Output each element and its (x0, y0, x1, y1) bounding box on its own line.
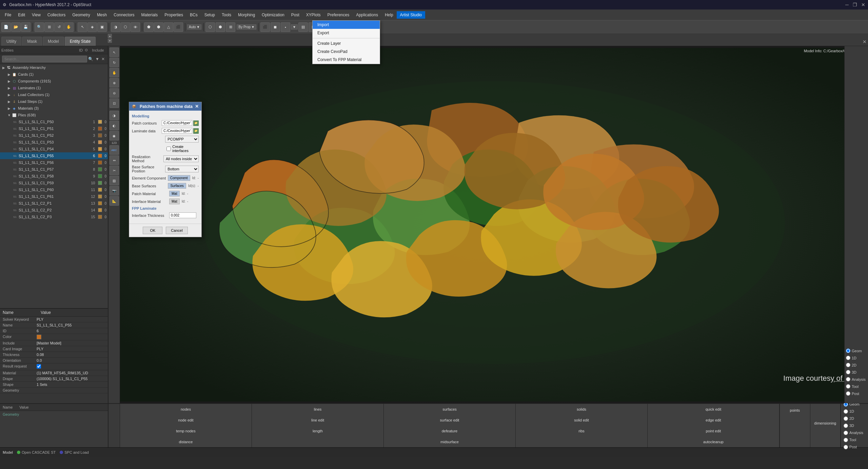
func-radio-3d-input[interactable] (844, 424, 848, 428)
tree-item-ply-p56[interactable]: S1 S1_L1_SL1_C1_P56 7 0 (0, 159, 108, 166)
expand-cards[interactable]: ▶ (7, 73, 12, 76)
func-radio-post-input[interactable] (844, 445, 848, 449)
realization-method-dropdown[interactable]: All nodes inside Center inside (163, 155, 199, 162)
tree-item-ply-c2p3[interactable]: S1 S1_L1_SL1_C2_P3 15 0 (0, 213, 108, 220)
menu-mesh[interactable]: Mesh (94, 11, 110, 19)
pan-button[interactable]: ✋ (64, 22, 74, 32)
tree-item-assembly[interactable]: ▶ 🏗 Assembly Hierarchy (0, 64, 108, 71)
tab-entity-state[interactable]: Entity State (65, 37, 96, 46)
vt-abc[interactable]: ABC (110, 145, 119, 155)
new-button[interactable]: 📄 (1, 22, 11, 32)
vt-zoom[interactable]: ⊕ (110, 78, 119, 88)
menu-morphing[interactable]: Morphing (235, 11, 258, 19)
menu-help[interactable]: Help (381, 11, 397, 19)
ctx-convert-fpp[interactable]: Convert To FPP Material (313, 56, 380, 64)
radio-2d[interactable] (846, 363, 850, 367)
tree-item-ply-p60[interactable]: S1 S1_L1_SL1_C1_P60 11 0 (0, 186, 108, 193)
dot-btn[interactable]: • (281, 22, 290, 32)
visibility-button[interactable]: 👁 (131, 22, 140, 32)
interface-thickness-input[interactable] (169, 212, 196, 218)
ctx-export[interactable]: Export (313, 29, 380, 37)
func-defeature[interactable]: defeature (384, 426, 516, 436)
vt-move[interactable]: ⇔ (110, 155, 119, 165)
tree-item-ply-p58[interactable]: S1 S1_L1_SL1_C1_P58 9 0 (0, 173, 108, 180)
func-radio-analysis-input[interactable] (844, 431, 848, 435)
func-dimensioning[interactable]: dimensioning (810, 417, 841, 430)
open-button[interactable]: 📂 (11, 22, 21, 32)
search-options-button[interactable]: ▼ (94, 57, 100, 61)
zoom-button[interactable]: 🔍 (35, 22, 44, 32)
tree-item-ply-p59[interactable]: S1 S1_L1_SL1_C1_P59 10 0 (0, 180, 108, 186)
base-surfaces-button[interactable]: Surfaces (168, 183, 186, 189)
func-radio-2d-input[interactable] (844, 416, 848, 421)
select-button[interactable]: ↖ (78, 22, 87, 32)
func-lines[interactable]: lines (252, 404, 384, 415)
component-button[interactable]: ▣ (97, 22, 107, 32)
vt-clip[interactable]: ✂ (110, 166, 119, 175)
vt-select[interactable]: ↖ (110, 48, 119, 57)
tree-item-ply-c2p2[interactable]: S1 S1_L1_SL1_C2_P2 14 0 (0, 207, 108, 213)
tree-item-ply-p57[interactable]: S1 S1_L1_SL1_C1_P57 8 0 (0, 166, 108, 173)
tab-model[interactable]: Model (43, 37, 64, 46)
tree-item-ply-p55[interactable]: S1 S1_L1_SL1_C1_P55 6 0 (0, 152, 108, 159)
patch-material-button[interactable]: Mat (169, 191, 180, 196)
menu-preferences[interactable]: Preferences (324, 11, 353, 19)
shading-button[interactable]: ◑ (111, 22, 120, 32)
entity-button[interactable]: ◈ (87, 22, 97, 32)
ctx-import[interactable]: Import (313, 21, 380, 29)
tree-item-cards[interactable]: ▶ 📋 Cards (1) (0, 71, 108, 78)
property-btn[interactable]: ⊞ (226, 22, 235, 32)
solid-btn[interactable]: ⬛ (260, 22, 270, 32)
expand-laminates[interactable]: ▶ (7, 86, 12, 90)
menu-file[interactable]: File (1, 11, 15, 19)
menu-xyplots[interactable]: XYPlots (303, 11, 324, 19)
func-points[interactable]: points (780, 404, 810, 417)
create-interfaces-checkbox[interactable] (166, 147, 171, 151)
func-length[interactable]: length (252, 426, 384, 436)
elem-dropdown[interactable]: ▼ (291, 24, 298, 30)
radio-analysis[interactable] (846, 377, 850, 381)
func-distance[interactable]: distance (120, 436, 252, 447)
minimize-button[interactable]: ─ (845, 2, 849, 7)
save-button[interactable]: 💾 (21, 22, 31, 32)
menu-materials[interactable]: Materials (138, 11, 161, 19)
func-ribs[interactable]: ribs (516, 426, 648, 436)
element-type-btn[interactable]: ⬢ (216, 22, 225, 32)
restore-button[interactable]: ❐ (853, 2, 857, 7)
dialog-close-button[interactable]: ✕ (195, 104, 199, 109)
func-line-edit[interactable]: line edit (252, 415, 384, 426)
menu-setup[interactable]: Setup (201, 11, 218, 19)
expand-load-steps[interactable]: ▶ (7, 100, 12, 104)
tree-item-load-steps[interactable]: ▶ ⇓ Load Steps (1) (0, 98, 108, 105)
element-component-button[interactable]: Component (168, 175, 190, 181)
func-surface-edit[interactable]: surface edit (384, 415, 516, 426)
mesh-btn-1[interactable]: ⬟ (144, 22, 154, 32)
menu-connectors[interactable]: Connectors (110, 11, 138, 19)
tree-item-ply-p50[interactable]: S1 S1_L1_SL1_C1_P50 1 0 (0, 118, 108, 125)
vt-zoom-out[interactable]: ⊖ (110, 88, 119, 98)
patch-contours-input[interactable] (162, 120, 192, 126)
search-clear-button[interactable]: ✕ (100, 57, 106, 61)
expand-components[interactable]: ▶ (7, 79, 12, 83)
mesh-btn-3[interactable]: △ (164, 22, 173, 32)
menu-optimization[interactable]: Optimization (258, 11, 288, 19)
menu-post[interactable]: Post (288, 11, 303, 19)
tree-item-ply-p52[interactable]: S1 S1_L1_SL1_C1_P52 3 0 (0, 132, 108, 139)
expand-materials[interactable]: ▶ (7, 107, 12, 110)
tree-item-load-collectors[interactable]: ▶ ↓ Load Collectors (1) (0, 91, 108, 98)
func-radio-1d-input[interactable] (844, 409, 848, 414)
expand-assembly[interactable]: ▶ (1, 66, 6, 70)
menu-applications[interactable]: Applications (353, 11, 381, 19)
3d-viewport[interactable]: Model Info: C:/Gearbox/Gearbox.hm Image … (120, 46, 868, 403)
func-solid-edit[interactable]: solid edit (516, 415, 648, 426)
func-midsurface[interactable]: midsurface (384, 436, 516, 447)
menu-tools[interactable]: Tools (218, 11, 235, 19)
func-nodes[interactable]: nodes (120, 404, 252, 415)
select-mode-btn[interactable]: ⬡ (205, 22, 215, 32)
dialog-title-bar[interactable]: 📦 Patches from machine data ✕ (129, 102, 201, 111)
vt-fit[interactable]: ⊡ (110, 98, 119, 108)
tree-item-ply-c2p1[interactable]: S1 S1_L1_SL1_C2_P1 13 0 (0, 200, 108, 207)
tree-item-ply-p54[interactable]: S1 S1_L1_SL1_C1_P54 5 0 (0, 146, 108, 152)
mesh-btn-2[interactable]: ⬢ (154, 22, 163, 32)
pcompp-dropdown[interactable]: PCOMPP PCOMP PCOMPG (165, 136, 199, 143)
